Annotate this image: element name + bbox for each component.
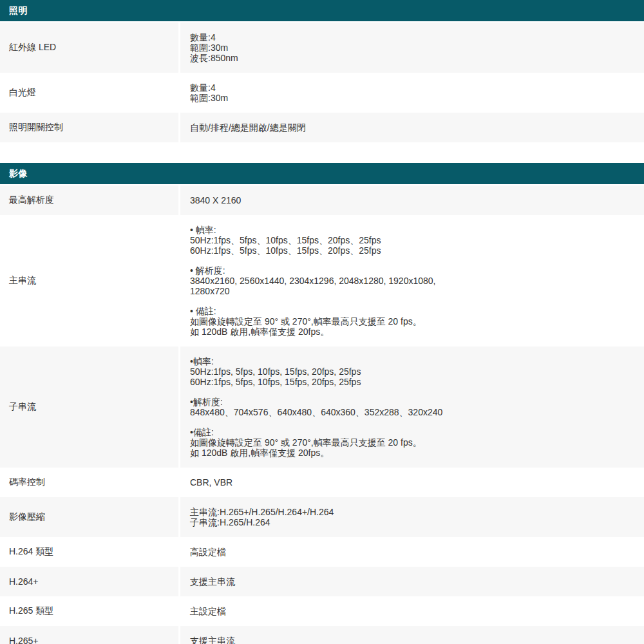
row-label: 最高解析度	[0, 185, 178, 215]
value-line: 3840x2160, 2560x1440, 2304x1296, 2048x12…	[190, 276, 629, 286]
value-group: 3840 X 2160	[190, 195, 629, 205]
value-line: 848x480、704x576、640x480、640x360、352x288、…	[190, 407, 629, 417]
row-label: H.264+	[0, 567, 178, 596]
spec-row: 最高解析度3840 X 2160	[0, 185, 644, 215]
row-value: 數量:4範圍:30m	[180, 73, 644, 113]
value-group: 主設定檔	[190, 606, 629, 616]
value-group: •解析度:848x480、704x576、640x480、640x360、352…	[190, 397, 629, 417]
value-line: 支援主串流	[190, 636, 629, 644]
row-label: 碼率控制	[0, 468, 178, 497]
value-line: • 幀率:	[190, 225, 629, 235]
spec-row: 紅外線 LED數量:4範圍:30m波長:850nm	[0, 23, 644, 73]
spec-row: H.265+支援主串流	[0, 626, 644, 644]
value-line: 主設定檔	[190, 606, 629, 616]
value-group: • 備註:如圖像旋轉設定至 90° 或 270°,幀率最高只支援至 20 fps…	[190, 306, 629, 337]
row-label: H.265+	[0, 626, 178, 644]
value-group: CBR, VBR	[190, 477, 629, 488]
row-value: 支援主串流	[180, 626, 644, 644]
value-group: •幀率:50Hz:1fps, 5fps, 10fps, 15fps, 20fps…	[190, 356, 629, 387]
value-group: • 幀率:50Hz:1fps、5fps、10fps、15fps、20fps、25…	[190, 225, 629, 256]
spec-row: H.265 類型主設定檔	[0, 596, 644, 626]
row-value: CBR, VBR	[180, 468, 644, 497]
value-line: 50Hz:1fps、5fps、10fps、15fps、20fps、25fps	[190, 235, 629, 245]
value-line: •幀率:	[190, 356, 629, 366]
spec-row: 影像壓縮主串流:H.265+/H.265/H.264+/H.264子串流:H.2…	[0, 497, 644, 537]
value-line: 主串流:H.265+/H.265/H.264+/H.264	[190, 507, 629, 517]
row-label: 白光燈	[0, 73, 178, 113]
row-value: •幀率:50Hz:1fps, 5fps, 10fps, 15fps, 20fps…	[180, 346, 644, 468]
value-line: • 解析度:	[190, 265, 629, 276]
value-line: 如 120dB 啟用,幀率僅支援 20fps。	[190, 448, 629, 458]
section-header: 照明	[0, 0, 644, 21]
value-line: 範圍:30m	[190, 93, 629, 103]
value-line: 50Hz:1fps, 5fps, 10fps, 15fps, 20fps, 25…	[190, 366, 629, 377]
value-group: • 解析度:3840x2160, 2560x1440, 2304x1296, 2…	[190, 265, 629, 296]
row-label: H.264 類型	[0, 537, 178, 567]
value-line: 如 120dB 啟用,幀率僅支援 20fps。	[190, 327, 629, 337]
value-group: 主串流:H.265+/H.265/H.264+/H.264子串流:H.265/H…	[190, 507, 629, 527]
row-label: 影像壓縮	[0, 497, 178, 537]
value-line: •解析度:	[190, 397, 629, 407]
row-value: 自動/排程/總是開啟/總是關閉	[180, 113, 644, 142]
value-line: 60Hz:1fps, 5fps, 10fps, 15fps, 20fps, 25…	[190, 377, 629, 387]
value-line: 支援主串流	[190, 576, 629, 587]
row-label: 照明開關控制	[0, 113, 178, 142]
value-group: 數量:4範圍:30m波長:850nm	[190, 32, 629, 63]
value-group: 自動/排程/總是開啟/總是關閉	[190, 122, 629, 133]
row-value: 3840 X 2160	[180, 185, 644, 215]
value-line: 數量:4	[190, 32, 629, 43]
row-label: 紅外線 LED	[0, 23, 178, 73]
row-value: 主設定檔	[180, 596, 644, 626]
row-value: 高設定檔	[180, 537, 644, 567]
value-line: 子串流:H.265/H.264	[190, 517, 629, 527]
value-line: 如圖像旋轉設定至 90° 或 270°,幀率最高只支援至 20 fps。	[190, 437, 629, 448]
value-line: 60Hz:1fps、5fps、10fps、15fps、20fps、25fps	[190, 245, 629, 256]
spec-row: 照明開關控制自動/排程/總是開啟/總是關閉	[0, 113, 644, 142]
spec-row: 碼率控制CBR, VBR	[0, 468, 644, 497]
value-line: 波長:850nm	[190, 53, 629, 63]
spec-table: 照明紅外線 LED數量:4範圍:30m波長:850nm白光燈數量:4範圍:30m…	[0, 0, 644, 644]
spec-section: 照明紅外線 LED數量:4範圍:30m波長:850nm白光燈數量:4範圍:30m…	[0, 0, 644, 142]
spec-row: H.264 類型高設定檔	[0, 537, 644, 567]
value-line: 數量:4	[190, 82, 629, 93]
value-group: 支援主串流	[190, 576, 629, 587]
row-label: H.265 類型	[0, 596, 178, 626]
spec-row: 子串流•幀率:50Hz:1fps, 5fps, 10fps, 15fps, 20…	[0, 346, 644, 468]
value-line: CBR, VBR	[190, 477, 629, 488]
spec-row: 主串流• 幀率:50Hz:1fps、5fps、10fps、15fps、20fps…	[0, 215, 644, 346]
row-value: • 幀率:50Hz:1fps、5fps、10fps、15fps、20fps、25…	[180, 215, 644, 346]
value-line: 如圖像旋轉設定至 90° 或 270°,幀率最高只支援至 20 fps。	[190, 316, 629, 327]
spec-row: 白光燈數量:4範圍:30m	[0, 73, 644, 113]
row-value: 主串流:H.265+/H.265/H.264+/H.264子串流:H.265/H…	[180, 497, 644, 537]
value-group: 數量:4範圍:30m	[190, 82, 629, 103]
spec-row: H.264+支援主串流	[0, 567, 644, 596]
value-line: 高設定檔	[190, 547, 629, 557]
row-value: 數量:4範圍:30m波長:850nm	[180, 23, 644, 73]
value-group: •備註:如圖像旋轉設定至 90° 或 270°,幀率最高只支援至 20 fps。…	[190, 427, 629, 458]
row-label: 子串流	[0, 346, 178, 468]
value-line: • 備註:	[190, 306, 629, 316]
row-value: 支援主串流	[180, 567, 644, 596]
spec-section: 影像最高解析度3840 X 2160主串流• 幀率:50Hz:1fps、5fps…	[0, 163, 644, 644]
value-line: •備註:	[190, 427, 629, 437]
value-group: 高設定檔	[190, 547, 629, 557]
value-line: 1280x720	[190, 286, 629, 296]
value-line: 範圍:30m	[190, 43, 629, 53]
row-label: 主串流	[0, 215, 178, 346]
section-header: 影像	[0, 163, 644, 184]
value-group: 支援主串流	[190, 636, 629, 644]
value-line: 3840 X 2160	[190, 195, 629, 205]
value-line: 自動/排程/總是開啟/總是關閉	[190, 122, 629, 133]
